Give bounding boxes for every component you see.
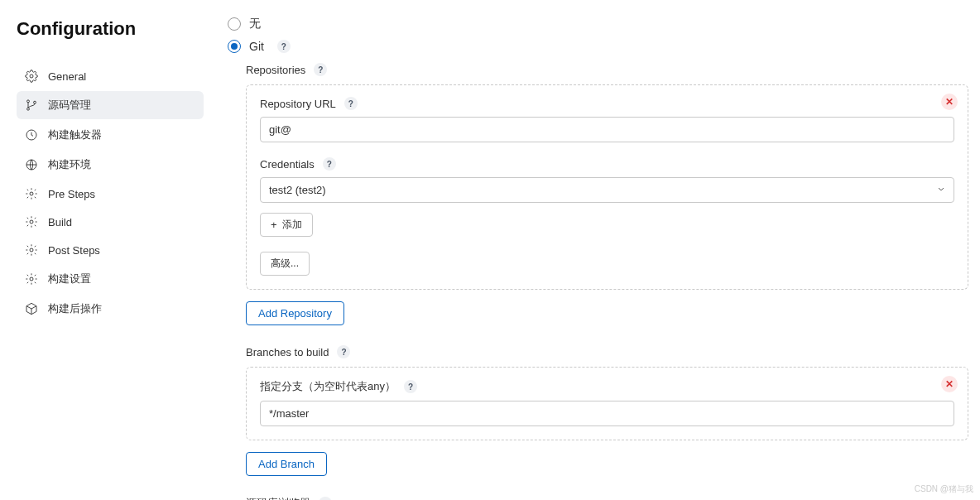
radio-icon[interactable] bbox=[228, 17, 241, 31]
sidebar-item-label: 构建设置 bbox=[48, 272, 91, 286]
svg-point-1 bbox=[27, 100, 30, 103]
help-icon[interactable]: ? bbox=[314, 63, 327, 76]
svg-point-3 bbox=[34, 101, 36, 103]
repo-url-input[interactable] bbox=[260, 117, 954, 142]
svg-point-6 bbox=[30, 192, 33, 195]
add-repository-button[interactable]: Add Repository bbox=[246, 301, 344, 325]
sidebar-item-label: Post Steps bbox=[48, 244, 100, 257]
sidebar-item-general[interactable]: General bbox=[17, 63, 204, 89]
help-icon[interactable]: ? bbox=[319, 497, 332, 500]
plus-icon: + bbox=[271, 219, 277, 230]
gear-icon bbox=[25, 243, 38, 257]
svg-point-8 bbox=[30, 248, 33, 252]
branch-spec-input[interactable] bbox=[260, 401, 954, 426]
help-icon[interactable]: ? bbox=[344, 97, 358, 110]
svg-point-9 bbox=[30, 277, 33, 281]
sidebar-item-env[interactable]: 构建环境 bbox=[17, 151, 204, 179]
delete-repository-button[interactable]: ✕ bbox=[941, 94, 958, 110]
sidebar-item-label: General bbox=[48, 70, 86, 83]
repo-browser-heading: 源码库浏览器 ? bbox=[246, 496, 968, 500]
sidebar-item-label: 构建环境 bbox=[48, 157, 91, 172]
radio-label: Git bbox=[249, 40, 264, 53]
watermark: CSDN @猪与我 bbox=[915, 483, 973, 495]
help-icon[interactable]: ? bbox=[337, 345, 350, 358]
scm-option-git[interactable]: Git ? bbox=[223, 40, 968, 53]
sidebar-item-label: 构建触发器 bbox=[48, 127, 102, 142]
repo-url-label: Repository URL ? bbox=[260, 97, 954, 110]
globe-icon bbox=[25, 158, 38, 171]
repository-block: ✕ Repository URL ? Credentials ? test2 (… bbox=[246, 84, 968, 290]
sidebar-item-postbuild[interactable]: 构建后操作 bbox=[17, 295, 204, 323]
svg-point-0 bbox=[30, 75, 33, 78]
gear-icon bbox=[25, 215, 38, 228]
branch-spec-label: 指定分支（为空时代表any） ? bbox=[260, 379, 954, 394]
svg-point-2 bbox=[27, 108, 30, 110]
sidebar-item-label: Build bbox=[48, 216, 72, 228]
svg-point-7 bbox=[30, 220, 33, 224]
sidebar-item-presteps[interactable]: Pre Steps bbox=[17, 180, 204, 207]
gear-icon bbox=[25, 272, 38, 286]
scm-option-none[interactable]: 无 bbox=[223, 17, 968, 31]
clock-icon bbox=[25, 128, 38, 142]
gear-icon bbox=[25, 187, 38, 200]
sidebar-item-scm[interactable]: 源码管理 bbox=[17, 91, 204, 119]
sidebar-item-buildsettings[interactable]: 构建设置 bbox=[17, 265, 204, 293]
help-icon[interactable]: ? bbox=[404, 380, 417, 393]
radio-label: 无 bbox=[249, 17, 261, 31]
branch-icon bbox=[25, 99, 38, 112]
sidebar-item-poststeps[interactable]: Post Steps bbox=[17, 237, 204, 263]
help-icon[interactable]: ? bbox=[323, 157, 336, 171]
sidebar-item-build[interactable]: Build bbox=[17, 209, 204, 235]
add-credentials-button[interactable]: + 添加 bbox=[260, 213, 313, 237]
advanced-button[interactable]: 高级... bbox=[260, 252, 310, 276]
sidebar-item-label: Pre Steps bbox=[48, 188, 95, 200]
add-branch-button[interactable]: Add Branch bbox=[246, 452, 327, 476]
sidebar: Configuration General 源码管理 构建触发器 构建环境 Pr… bbox=[0, 0, 214, 500]
gear-icon bbox=[25, 70, 38, 83]
credentials-label: Credentials ? bbox=[260, 157, 954, 171]
branch-block: ✕ 指定分支（为空时代表any） ? bbox=[246, 367, 968, 440]
radio-icon[interactable] bbox=[228, 40, 241, 53]
package-icon bbox=[25, 302, 38, 315]
sidebar-item-label: 源码管理 bbox=[48, 98, 91, 113]
delete-branch-button[interactable]: ✕ bbox=[941, 376, 958, 392]
repositories-heading: Repositories ? bbox=[246, 63, 968, 76]
page-title: Configuration bbox=[17, 18, 204, 40]
branches-heading: Branches to build ? bbox=[246, 345, 968, 358]
credentials-select[interactable]: test2 (test2) bbox=[260, 177, 954, 203]
help-icon[interactable]: ? bbox=[277, 40, 291, 53]
sidebar-item-triggers[interactable]: 构建触发器 bbox=[17, 121, 204, 149]
sidebar-item-label: 构建后操作 bbox=[48, 301, 102, 316]
main-content: 无 Git ? Repositories ? ✕ Repository URL … bbox=[214, 0, 980, 500]
